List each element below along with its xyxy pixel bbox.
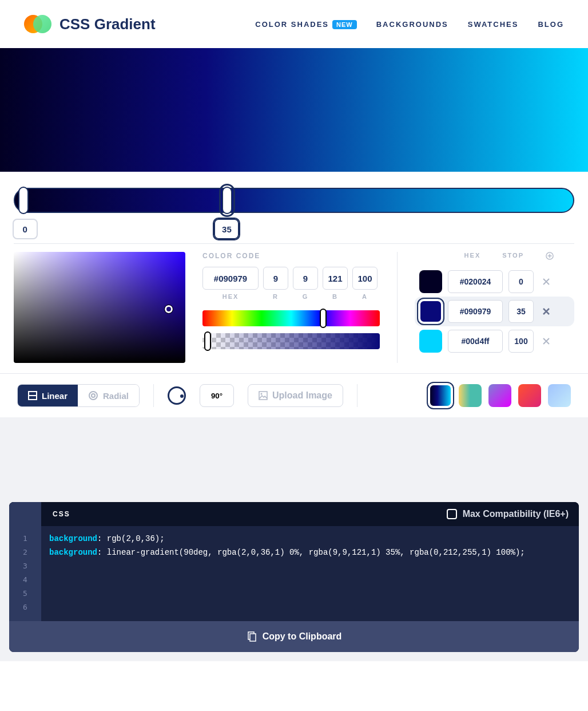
logo-icon [24,10,51,38]
add-stop-icon[interactable] [546,252,554,260]
b-input[interactable] [323,267,348,290]
color-picker[interactable] [14,252,185,363]
sublabel-b: B [323,293,348,300]
radial-icon [88,390,98,401]
preset-4[interactable] [548,384,571,407]
g-input[interactable] [293,267,318,290]
stop-swatch-1[interactable] [419,300,442,323]
hue-handle[interactable] [320,309,327,328]
color-code-label: COLOR CODE [202,252,380,260]
a-input[interactable] [352,267,378,290]
sublabel-hex: HEX [202,293,259,300]
radial-button[interactable]: Radial [78,385,139,406]
upload-button[interactable]: Upload Image [248,384,343,407]
stop-row-0[interactable] [415,267,574,297]
css-tab[interactable]: CSS [41,502,82,526]
stops-head-hex: HEX [464,252,481,260]
picker-handle[interactable] [165,305,173,313]
svg-point-6 [261,393,263,395]
slider-handle-0[interactable] [18,187,29,214]
hex-input[interactable] [202,267,259,290]
stop-pos-0[interactable] [508,270,534,293]
image-icon [259,391,268,400]
brand[interactable]: CSS Gradient [24,10,156,38]
copy-icon [247,631,257,642]
stop-hex-0[interactable] [448,270,503,293]
preset-3[interactable] [518,384,541,407]
divider [153,384,154,407]
sublabel-r: R [263,293,288,300]
presets [429,384,571,407]
brand-title: CSS Gradient [59,15,156,33]
stop-swatch-0[interactable] [419,270,442,293]
stop-pos-2[interactable] [508,330,534,353]
linear-icon [28,391,37,400]
svg-point-3 [89,392,97,400]
copy-button[interactable]: Copy to Clipboard [9,621,579,652]
svg-point-4 [92,394,95,397]
nav-blog[interactable]: BLOG [538,20,564,29]
nav-backgrounds[interactable]: BACKGROUNDS [376,20,448,29]
stop-swatch-2[interactable] [419,330,442,353]
hue-slider[interactable] [202,310,380,326]
stop-row-2[interactable] [415,326,574,356]
stops-head-stop: STOP [502,252,524,260]
line-numbers: 123456 [9,526,41,621]
position-input-1[interactable] [214,219,239,239]
preset-2[interactable] [488,384,511,407]
sublabel-g: G [293,293,318,300]
angle-dial[interactable] [168,386,186,405]
delete-stop-1-icon[interactable] [542,307,551,316]
compat-label: Max Compatibility (IE6+) [463,509,569,519]
gradient-preview [0,48,588,172]
svg-rect-8 [250,634,256,641]
delete-stop-2-icon[interactable] [542,337,551,346]
linear-button[interactable]: Linear [18,385,78,406]
nav-color-shades[interactable]: COLOR SHADESNEW [255,20,356,29]
svg-rect-5 [259,392,267,400]
nav-swatches[interactable]: SWATCHES [468,20,519,29]
delete-stop-0-icon[interactable] [542,277,551,286]
badge-new: NEW [332,20,357,29]
compat-checkbox[interactable] [447,509,457,519]
type-toggle: Linear Radial [17,384,140,407]
code-text[interactable]: background: rgb(2,0,36); background: lin… [41,526,533,621]
header: CSS Gradient COLOR SHADESNEW BACKGROUNDS… [0,0,588,48]
slider-handle-1[interactable] [222,187,232,214]
preset-0[interactable] [429,384,452,407]
angle-input[interactable] [200,384,234,407]
preset-1[interactable] [459,384,482,407]
alpha-handle[interactable] [204,331,211,351]
r-input[interactable] [263,267,288,290]
alpha-slider[interactable] [202,333,380,349]
gradient-slider[interactable] [14,188,574,213]
nav: COLOR SHADESNEW BACKGROUNDS SWATCHES BLO… [255,20,564,29]
stop-hex-2[interactable] [448,330,503,353]
code-panel: CSS Max Compatibility (IE6+) 123456 back… [9,502,579,652]
position-input-0[interactable] [13,219,38,239]
stop-pos-1[interactable] [508,300,534,323]
sublabel-a: A [352,293,378,300]
divider [357,384,357,407]
stop-hex-1[interactable] [448,300,503,323]
stop-row-1[interactable] [415,297,574,326]
